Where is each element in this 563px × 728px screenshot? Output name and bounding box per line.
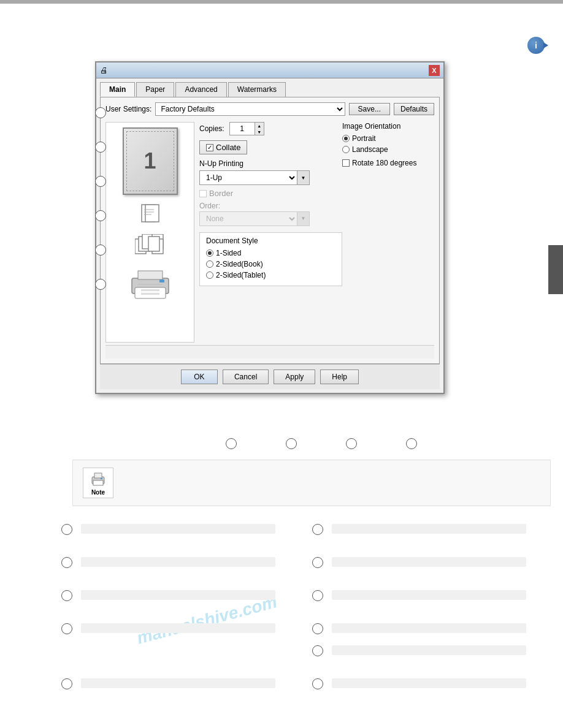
buttons-row: OK Cancel Apply Help xyxy=(100,364,440,389)
callout-b11 xyxy=(312,678,323,689)
order-select[interactable]: None xyxy=(200,213,297,225)
user-settings-row: User Settings: Factory Defaults Save... … xyxy=(105,102,434,116)
border-text: Border xyxy=(209,189,233,198)
callout-item-4 xyxy=(312,557,526,568)
user-settings-select[interactable]: Factory Defaults xyxy=(155,102,345,116)
collate-label[interactable]: ✓ Collate xyxy=(199,140,247,154)
callout-b8 xyxy=(312,623,323,634)
doc-style-section: Document Style 1-Sided xyxy=(199,232,342,286)
border-row: Border xyxy=(199,189,342,199)
svg-rect-19 xyxy=(94,473,102,478)
tab-main[interactable]: Main xyxy=(100,82,135,97)
callout-item-7 xyxy=(61,623,275,656)
info-icon-container: i xyxy=(527,37,545,54)
nup-label: N-Up Printing xyxy=(199,159,342,168)
ok-button[interactable]: OK xyxy=(181,370,218,384)
copies-input[interactable] xyxy=(230,123,255,134)
top-bar xyxy=(0,0,563,4)
nup-select[interactable]: 1-Up xyxy=(200,172,297,184)
multi-page-icon xyxy=(135,234,166,256)
order-dropdown-button: ▼ xyxy=(297,212,309,226)
copies-row: Copies: ▲ ▼ xyxy=(199,122,342,135)
tab-watermarks[interactable]: Watermarks xyxy=(228,82,286,97)
nup-select-wrapper: 1-Up ▼ xyxy=(199,170,310,185)
settings-top-row: Copies: ▲ ▼ xyxy=(199,122,434,286)
label-1sided: 1-Sided xyxy=(216,249,241,257)
callout-b5 xyxy=(61,590,72,601)
settings-left-col: Copies: ▲ ▼ xyxy=(199,122,342,286)
dialog-body: Main Paper Advanced Watermarks User Sett… xyxy=(96,78,443,393)
radio-1sided[interactable] xyxy=(206,249,213,257)
callout-item-6 xyxy=(312,590,526,601)
doc-style-2sided-tablet-row: 2-Sided(Tablet) xyxy=(206,271,335,279)
callout-item-10 xyxy=(61,678,275,689)
cancel-button[interactable]: Cancel xyxy=(223,370,269,384)
svg-rect-10 xyxy=(148,237,159,251)
rotate180-row: Rotate 180 degrees xyxy=(342,159,434,167)
callout-item-2 xyxy=(312,524,526,535)
callout-3 xyxy=(95,176,106,187)
radio-2sided-book[interactable] xyxy=(206,260,213,268)
callout-1 xyxy=(95,107,106,118)
radio-landscape[interactable] xyxy=(342,146,350,153)
collate-checkbox[interactable]: ✓ xyxy=(206,144,213,151)
callout-b4 xyxy=(312,557,323,568)
callout-item-1 xyxy=(61,524,275,535)
titlebar-printer-icon: 🖨 xyxy=(100,66,108,75)
svg-rect-20 xyxy=(93,480,103,485)
info-icon[interactable]: i xyxy=(527,37,545,54)
close-button[interactable]: X xyxy=(429,65,440,76)
apply-button[interactable]: Apply xyxy=(274,370,315,384)
svg-rect-14 xyxy=(159,279,164,282)
settings-right-col: Image Orientation Portrait Landscap xyxy=(342,122,434,286)
rotate180-checkbox[interactable] xyxy=(342,159,350,167)
callout-6 xyxy=(95,279,106,290)
help-button[interactable]: Help xyxy=(320,370,359,384)
callout-b1 xyxy=(61,524,72,535)
radio-portrait[interactable] xyxy=(342,135,350,142)
save-button[interactable]: Save... xyxy=(349,103,390,115)
main-content: 1 xyxy=(105,122,434,343)
copies-input-wrapper: ▲ ▼ xyxy=(229,122,264,135)
callout-ok xyxy=(226,438,237,449)
callout-item-11 xyxy=(312,678,526,689)
nup-dropdown-button[interactable]: ▼ xyxy=(297,171,309,184)
doc-style-title: Document Style xyxy=(206,237,335,245)
radio-2sided-tablet[interactable] xyxy=(206,271,213,279)
defaults-button[interactable]: Defaults xyxy=(394,103,434,115)
callout-b7 xyxy=(61,623,72,634)
tab-paper[interactable]: Paper xyxy=(136,82,174,97)
tab-advanced[interactable]: Advanced xyxy=(175,82,226,97)
border-checkbox[interactable] xyxy=(199,190,207,197)
label-2sided-book: 2-Sided(Book) xyxy=(216,260,263,268)
label-landscape: Landscape xyxy=(352,145,388,154)
bottom-status-bar xyxy=(105,345,434,358)
tabs-row: Main Paper Advanced Watermarks xyxy=(100,82,440,97)
svg-rect-12 xyxy=(138,271,163,279)
doc-icon xyxy=(139,202,161,224)
copies-spinners: ▲ ▼ xyxy=(255,123,264,135)
orientation-landscape-row: Landscape xyxy=(342,145,434,154)
dialog-titlebar: 🖨 X xyxy=(96,63,443,78)
label-portrait: Portrait xyxy=(352,134,376,143)
callout-b2 xyxy=(312,524,323,535)
callout-item-3 xyxy=(61,557,275,568)
bottom-callouts-area xyxy=(37,518,551,696)
page-preview-box: 1 xyxy=(123,127,178,195)
copies-up-button[interactable]: ▲ xyxy=(255,123,264,129)
doc-style-1sided-row: 1-Sided xyxy=(206,249,335,257)
copies-label: Copies: xyxy=(199,124,224,133)
svg-rect-1 xyxy=(145,205,159,222)
note-section: Note xyxy=(72,460,551,506)
callout-b9 xyxy=(312,645,323,656)
rotate180-label: Rotate 180 degrees xyxy=(352,159,416,167)
label-2sided-tablet: 2-Sided(Tablet) xyxy=(216,271,266,279)
callout-item-5 xyxy=(61,590,275,601)
note-icon-box: Note xyxy=(83,468,113,498)
note-printer-icon xyxy=(90,471,107,488)
callout-b6 xyxy=(312,590,323,601)
copies-down-button[interactable]: ▼ xyxy=(255,129,264,135)
user-settings-label: User Settings: xyxy=(105,105,151,113)
settings-panel: Copies: ▲ ▼ xyxy=(199,122,434,343)
callout-b3 xyxy=(61,557,72,568)
